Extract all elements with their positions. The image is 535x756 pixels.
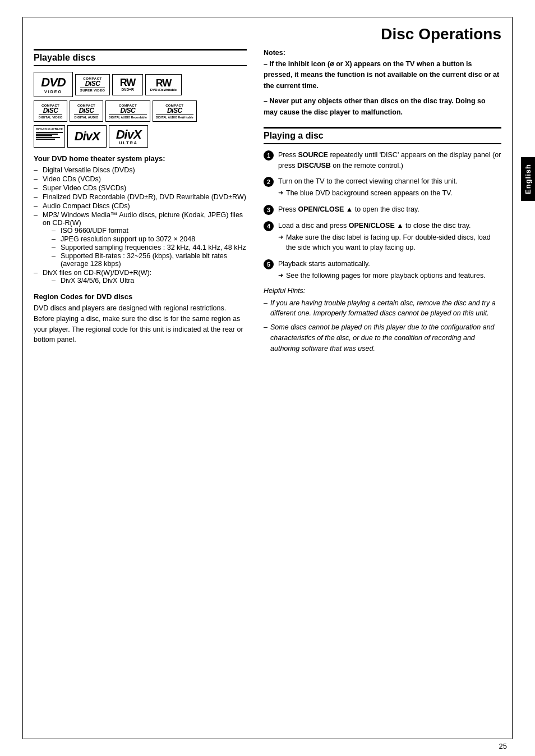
dvd-rewritable-logo: RW DVD+ReWritable xyxy=(145,74,182,95)
vcd-style-logo: DVD-CD PLAYBACK xyxy=(34,125,65,148)
english-tab: English xyxy=(521,157,535,201)
page-border-left xyxy=(22,17,23,739)
region-codes-text: DVD discs and players are designed with … xyxy=(34,303,247,345)
play-items-list: Digital Versatile Discs (DVDs) Video CDs… xyxy=(34,166,247,285)
compact-disc-logos-row: COMPACT DiSC DIGITAL VIDEO COMPACT DiSC … xyxy=(34,100,247,122)
step-2: 2 Turn on the TV to the correct viewing … xyxy=(264,176,501,199)
page-border-top xyxy=(22,17,513,17)
helpful-hints-section: Helpful Hints: If you are having trouble… xyxy=(264,287,501,354)
list-item: MP3/ Windows Media™ Audio discs, picture… xyxy=(34,211,247,268)
step-3: 3 Press OPEN/CLOSE ▲ to open the disc tr… xyxy=(264,204,501,215)
list-item: Supported sampling frequencies : 32 kHz,… xyxy=(52,244,247,251)
step-5-content: Playback starts automatically. See the f… xyxy=(278,259,501,281)
divx-logos-row: DVD-CD PLAYBACK DivX DivX U xyxy=(34,125,247,148)
step-3-number: 3 xyxy=(264,205,274,215)
step-4: 4 Load a disc and press OPEN/CLOSE ▲ to … xyxy=(264,221,501,253)
hint-1: If you are having trouble playing a cert… xyxy=(264,298,501,319)
divx-ultra-logo: DivX ULTRA xyxy=(109,125,148,148)
compact-super-video-logo: COMPACT DiSC SUPER VIDEO xyxy=(75,74,110,95)
notes-label: Notes: xyxy=(264,49,501,57)
step-1-number: 1 xyxy=(264,150,274,161)
step-4-content: Load a disc and press OPEN/CLOSE ▲ to cl… xyxy=(278,221,501,253)
cd-digital-audio-recordable-logo: COMPACT DiSC DIGITAL AUDIO Recordable xyxy=(105,100,150,122)
list-item: JPEG resolution support up to 3072 × 204… xyxy=(52,235,247,243)
list-item: ISO 9660/UDF format xyxy=(52,227,247,235)
note-2: – Never put any objects other than discs… xyxy=(264,96,501,118)
list-item: Finalized DVD Recordable (DVD±R), DVD Re… xyxy=(34,193,247,201)
divx-logo: DivX xyxy=(67,125,107,148)
list-item: Super Video CDs (SVCDs) xyxy=(34,184,247,192)
cd-digital-audio-logo: COMPACT DiSC DIGITAL AUDIO xyxy=(70,100,103,122)
plays-header: Your DVD home theater system plays: xyxy=(34,154,247,163)
list-item: Digital Versatile Discs (DVDs) xyxy=(34,166,247,174)
list-item: DivX 3/4/5/6, DivX Ultra xyxy=(52,277,247,285)
step-2-number: 2 xyxy=(264,177,274,187)
step-1-content: Press SOURCE repeatedly until 'DISC' app… xyxy=(278,150,501,171)
page-border-bottom xyxy=(22,739,513,739)
step-5-arrow: See the following pages for more playbac… xyxy=(278,271,501,281)
steps-list: 1 Press SOURCE repeatedly until 'DISC' a… xyxy=(264,150,501,281)
step-4-arrow: Make sure the disc label is facing up. F… xyxy=(278,232,501,254)
list-item: Audio Compact Discs (CDs) xyxy=(34,202,247,210)
list-item: Video CDs (VCDs) xyxy=(34,175,247,183)
dvd-logo: DVD VIDEO xyxy=(34,72,73,97)
list-item: DivX files on CD-R(W)/DVD+R(W): DivX 3/4… xyxy=(34,269,247,285)
left-column: Playable discs DVD VIDEO COMPACT DiSC SU… xyxy=(34,49,247,357)
disc-logos-area: DVD VIDEO COMPACT DiSC SUPER VIDEO RW DV… xyxy=(34,72,247,148)
list-item: Supported Bit-rates : 32~256 (kbps), var… xyxy=(52,252,247,268)
hint-2: Some discs cannot be played on this play… xyxy=(264,322,501,354)
page-number: 25 xyxy=(499,742,507,750)
playable-discs-header: Playable discs xyxy=(34,49,247,66)
cd-digital-video-logo: COMPACT DiSC DIGITAL VIDEO xyxy=(34,100,67,122)
step-4-number: 4 xyxy=(264,221,274,231)
divx-sub-list: DivX 3/4/5/6, DivX Ultra xyxy=(43,277,247,285)
step-2-content: Turn on the TV to the correct viewing ch… xyxy=(278,176,501,199)
playing-disc-header: Playing a disc xyxy=(264,127,501,144)
page-title: Disc Operations xyxy=(0,0,535,49)
helpful-hints-title: Helpful Hints: xyxy=(264,287,501,295)
region-codes-header: Region Codes for DVD discs xyxy=(34,292,247,301)
cd-digital-audio-rewritable-logo: COMPACT DiSC DIGITAL AUDIO ReWritable xyxy=(153,100,197,122)
page-border-right xyxy=(512,17,513,739)
right-column: Notes: – If the inhibit icon (ø or X) ap… xyxy=(264,49,501,357)
step-5: 5 Playback starts automatically. See the… xyxy=(264,259,501,281)
step-5-number: 5 xyxy=(264,259,274,269)
step-2-arrow: The blue DVD background screen appears o… xyxy=(278,188,501,199)
step-3-content: Press OPEN/CLOSE ▲ to open the disc tray… xyxy=(278,204,501,215)
dvd-plus-r-logo: RW DVD+R xyxy=(112,74,143,95)
notes-section: Notes: – If the inhibit icon (ø or X) ap… xyxy=(264,49,501,118)
note-1: – If the inhibit icon (ø or X) appears o… xyxy=(264,59,501,91)
step-1: 1 Press SOURCE repeatedly until 'DISC' a… xyxy=(264,150,501,171)
cd-sub-list: ISO 9660/UDF format JPEG resolution supp… xyxy=(43,227,247,268)
